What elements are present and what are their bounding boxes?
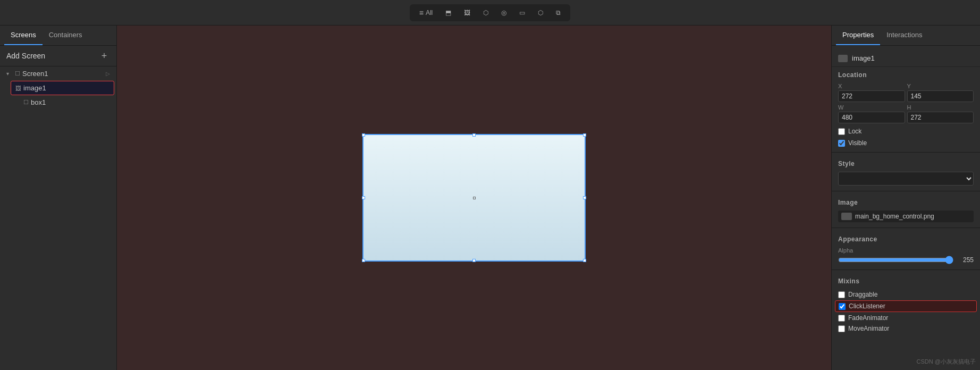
lock-label: Lock — [848, 128, 861, 135]
toolbar-btn-rect[interactable]: ▭ — [514, 7, 530, 19]
main-layout: Screens Containers Add Screen + ▾ ☐ Scre… — [0, 26, 980, 370]
moveanimator-label: MoveAnimator — [848, 325, 889, 332]
clicklistener-label: ClickListener — [849, 302, 885, 310]
visible-label: Visible — [848, 139, 867, 147]
mixin-moveanimator-row: MoveAnimator — [838, 323, 974, 334]
image-thumbnail — [841, 213, 852, 220]
h-label: H — [907, 104, 974, 111]
location-grid: X Y W H — [832, 81, 980, 125]
prop-x: X — [838, 83, 905, 102]
top-toolbar: ≡ All ⬒ 🖼 ⬡ ◎ ▭ ⬡ ⧉ — [0, 0, 980, 26]
divider-1 — [832, 152, 980, 153]
screen-type-icon: ☐ — [15, 70, 20, 77]
fadeanimator-checkbox[interactable] — [838, 315, 845, 322]
screen1-play-icon: ▷ — [106, 71, 110, 77]
add-screen-button[interactable]: + — [98, 50, 110, 62]
x-label: X — [838, 83, 905, 89]
toolbar-btn-layers[interactable]: ⬡ — [478, 7, 494, 19]
divider-4 — [832, 270, 980, 270]
image-filename: main_bg_home_control.png — [855, 213, 934, 220]
mixin-fadeanimator-row: FadeAnimator — [838, 313, 974, 323]
w-input[interactable] — [838, 112, 905, 123]
w-label: W — [838, 104, 905, 111]
frame-icon: ⬒ — [445, 9, 451, 16]
image-file-row[interactable]: main_bg_home_control.png — [838, 211, 974, 222]
prop-w: W — [838, 104, 905, 123]
style-section — [832, 170, 980, 188]
layers-icon: ⬡ — [483, 9, 488, 16]
style-header: Style — [832, 156, 980, 170]
rect-icon: ▭ — [519, 9, 525, 16]
mixin-clicklistener-row: ClickListener — [835, 300, 977, 312]
toolbar-group: ≡ All ⬒ 🖼 ⬡ ◎ ▭ ⬡ ⧉ — [410, 4, 571, 21]
expand-icon-screen1: ▾ — [6, 71, 13, 77]
resize-handle-br[interactable] — [583, 259, 586, 262]
toolbar-btn-all[interactable]: ≡ All — [414, 6, 438, 19]
stack-icon: ⧉ — [556, 9, 561, 16]
divider-3 — [832, 228, 980, 228]
toolbar-btn-stack[interactable]: ⧉ — [551, 7, 566, 19]
screen1-label: Screen1 — [22, 70, 48, 78]
image-section: main_bg_home_control.png — [832, 208, 980, 224]
element-type-icon — [838, 55, 848, 62]
element-name: image1 — [852, 54, 875, 62]
right-panel-tabs: Properties Interactions — [832, 26, 980, 46]
all-icon: ≡ — [419, 9, 424, 17]
moveanimator-checkbox[interactable] — [838, 325, 845, 332]
tab-screens[interactable]: Screens — [4, 26, 43, 45]
toolbar-btn-shapes[interactable]: ◎ — [496, 7, 512, 19]
draggable-label: Draggable — [848, 291, 877, 298]
prop-y: Y — [907, 83, 974, 102]
h-input[interactable] — [907, 112, 974, 123]
left-panel-tabs: Screens Containers — [0, 26, 116, 46]
resize-handle-ml[interactable] — [362, 196, 365, 199]
tab-interactions[interactable]: Interactions — [880, 26, 928, 45]
y-label: Y — [907, 83, 974, 89]
toolbar-all-label: All — [426, 9, 433, 16]
alpha-slider[interactable] — [838, 256, 953, 264]
resize-handle-mr[interactable] — [583, 196, 586, 199]
canvas-area[interactable] — [117, 26, 831, 370]
image1-label: image1 — [23, 84, 46, 92]
clicklistener-checkbox[interactable] — [839, 303, 846, 310]
divider-2 — [832, 191, 980, 191]
box1-label: box1 — [31, 98, 46, 106]
add-screen-row: Add Screen + — [0, 46, 116, 66]
image-icon: 🖼 — [464, 9, 470, 16]
element-name-row: image1 — [832, 50, 980, 67]
draggable-checkbox[interactable] — [838, 291, 845, 298]
resize-handle-tl[interactable] — [362, 133, 365, 137]
resize-handle-bl[interactable] — [362, 259, 365, 262]
alpha-slider-row: 255 — [838, 256, 974, 264]
toolbar-btn-frame[interactable]: ⬒ — [440, 7, 457, 19]
visible-checkbox[interactable] — [838, 140, 845, 147]
tree-item-image1[interactable]: 🖼 image1 — [11, 81, 114, 95]
style-select[interactable] — [838, 172, 974, 186]
fadeanimator-label: FadeAnimator — [848, 314, 888, 322]
tab-properties[interactable]: Properties — [836, 26, 880, 45]
resize-handle-tm[interactable] — [472, 133, 476, 137]
shapes-icon: ◎ — [501, 9, 506, 16]
mixins-section: Draggable ClickListener FadeAnimator Mov… — [832, 287, 980, 336]
prop-h: H — [907, 104, 974, 123]
lock-checkbox[interactable] — [838, 128, 845, 135]
appearance-header: Appearance — [832, 231, 980, 245]
tab-containers[interactable]: Containers — [43, 26, 89, 45]
x-input[interactable] — [838, 90, 905, 102]
y-input[interactable] — [907, 90, 974, 102]
right-panel: Properties Interactions image1 Location … — [831, 26, 980, 370]
image-element[interactable] — [362, 134, 586, 262]
lock-row: Lock — [832, 125, 980, 137]
resize-handle-tr[interactable] — [583, 133, 586, 137]
center-dot — [473, 197, 476, 199]
toolbar-btn-3d[interactable]: ⬡ — [533, 7, 548, 19]
resize-handle-bm[interactable] — [472, 259, 476, 262]
visible-row: Visible — [832, 137, 980, 149]
tree-item-box1[interactable]: ☐ box1 — [11, 96, 114, 109]
tree-item-screen1[interactable]: ▾ ☐ Screen1 ▷ — [2, 67, 114, 80]
box3d-icon: ⬡ — [538, 9, 543, 16]
right-panel-content: image1 Location X Y W H — [832, 46, 980, 340]
image-type-icon: 🖼 — [15, 85, 21, 91]
add-screen-label: Add Screen — [6, 52, 45, 60]
toolbar-btn-image[interactable]: 🖼 — [459, 7, 476, 19]
